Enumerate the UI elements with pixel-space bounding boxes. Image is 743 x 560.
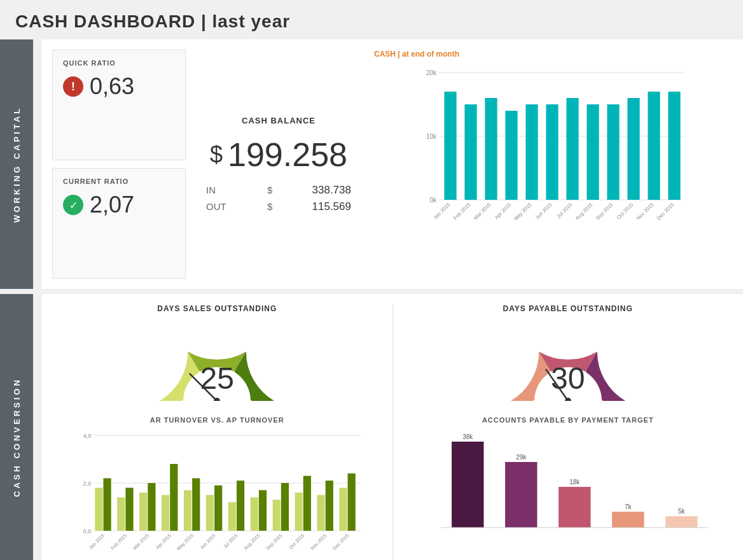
svg-rect-61: [259, 490, 267, 531]
svg-text:Jun 2015: Jun 2015: [534, 202, 553, 221]
svg-text:Dec 2015: Dec 2015: [331, 533, 350, 551]
dpo-title: DAYS PAYABLE OUTSTANDING: [503, 304, 633, 313]
svg-rect-73: [348, 473, 356, 531]
working-capital-label: WORKING CAPITAL: [0, 39, 33, 289]
svg-rect-49: [170, 464, 177, 531]
svg-text:Aug 2015: Aug 2015: [242, 533, 261, 551]
svg-text:0,0: 0,0: [83, 528, 92, 535]
svg-text:Dec 2015: Dec 2015: [656, 202, 676, 221]
svg-text:Sep 2015: Sep 2015: [595, 202, 615, 221]
page-title: CASH DASHBOARD | last year: [0, 0, 743, 39]
svg-text:Jan 2015: Jan 2015: [433, 202, 452, 221]
svg-text:5k: 5k: [677, 508, 685, 515]
svg-rect-26: [648, 92, 660, 200]
svg-rect-80: [505, 462, 537, 528]
svg-rect-86: [665, 516, 697, 528]
svg-rect-66: [295, 493, 303, 531]
svg-rect-12: [505, 111, 517, 200]
dso-value: 25: [200, 361, 234, 396]
cash-chart-column: CASH | at end of month 20k 10k 0k Jan 20…: [372, 50, 733, 279]
current-ratio-title: CURRENT RATIO: [63, 178, 128, 185]
svg-text:Nov 2015: Nov 2015: [309, 533, 328, 551]
svg-rect-14: [525, 104, 538, 200]
svg-rect-52: [192, 479, 200, 531]
dso-gauge: 25: [147, 318, 287, 401]
svg-rect-51: [184, 490, 191, 531]
svg-rect-67: [303, 476, 311, 531]
svg-rect-84: [612, 512, 644, 528]
svg-rect-6: [444, 92, 456, 200]
svg-text:Apr 2015: Apr 2015: [494, 202, 513, 221]
svg-rect-8: [464, 104, 476, 200]
svg-text:Oct 2015: Oct 2015: [288, 533, 305, 550]
svg-text:Aug 2015: Aug 2015: [574, 202, 594, 221]
cash-amount-value: 199.258: [228, 136, 347, 174]
ar-ap-chart: 4,02,00,0Jan 2015Feb 2015Mar 2015Apr 201…: [52, 429, 382, 559]
ar-ap-title: AR TURNOVER VS. AP TURNOVER: [150, 416, 284, 424]
ap-payment-title: ACCOUNTS PAYABLE BY PAYMENT TARGET: [482, 416, 654, 424]
svg-text:Sep 2015: Sep 2015: [265, 533, 283, 551]
cash-in-amount: 338.738: [312, 184, 351, 197]
svg-text:4,0: 4,0: [83, 433, 92, 439]
svg-rect-42: [117, 498, 125, 531]
svg-rect-16: [546, 104, 558, 200]
svg-rect-60: [251, 498, 258, 531]
svg-rect-22: [607, 104, 619, 200]
dpo-gauge: 30: [498, 318, 638, 401]
dpo-value: 30: [551, 361, 585, 396]
svg-rect-20: [587, 104, 599, 200]
cash-inout-section: IN $ 338.738 OUT $ 115.569: [196, 184, 361, 213]
quick-ratio-title: QUICK RATIO: [63, 59, 116, 67]
dso-title: DAYS SALES OUTSTANDING: [157, 304, 277, 313]
bottom-right: DAYS PAYABLE OUTSTANDING 30 ACCOUNTS PAY…: [393, 304, 733, 560]
cash-bar-chart: 20k 10k 0k Jan 2015Feb 2015Mar 2015Apr 2…: [372, 64, 733, 279]
svg-text:20k: 20k: [426, 69, 437, 76]
svg-text:Jun 2015: Jun 2015: [199, 533, 217, 550]
svg-rect-43: [125, 488, 133, 531]
svg-text:2,0: 2,0: [83, 480, 92, 487]
cash-balance-column: CASH BALANCE $ 199.258 IN $ 338.738 OUT: [196, 50, 361, 279]
svg-text:Jul 2015: Jul 2015: [556, 202, 574, 220]
svg-text:29k: 29k: [516, 454, 527, 461]
quick-ratio-card: QUICK RATIO ! 0,63: [52, 50, 186, 160]
svg-rect-64: [281, 483, 289, 531]
current-ratio-icon: ✓: [63, 195, 83, 215]
svg-text:May 2015: May 2015: [176, 533, 195, 552]
bottom-left: DAYS SALES OUTSTANDING 25 AR TURNOVER VS…: [52, 304, 393, 560]
cash-balance-title: CASH BALANCE: [242, 116, 316, 125]
ap-payment-chart: 38k29k18k7k5k: [403, 429, 733, 559]
current-ratio-card: CURRENT RATIO ✓ 2,07: [52, 168, 186, 279]
cash-conversion-label: CASH CONVERSION: [0, 294, 33, 560]
cash-out-amount: 115.569: [312, 200, 351, 213]
ratios-column: QUICK RATIO ! 0,63 CURRENT RATIO ✓ 2,07: [52, 50, 186, 279]
svg-text:Jul 2015: Jul 2015: [222, 533, 239, 549]
svg-text:Nov 2015: Nov 2015: [635, 202, 655, 221]
svg-rect-40: [103, 479, 111, 531]
svg-text:Feb 2015: Feb 2015: [109, 533, 128, 551]
svg-rect-46: [148, 483, 155, 531]
svg-rect-63: [273, 500, 281, 531]
svg-text:Mar 2015: Mar 2015: [132, 533, 150, 551]
svg-rect-57: [228, 502, 236, 531]
svg-text:38k: 38k: [462, 433, 473, 440]
cash-chart-title: CASH | at end of month: [372, 50, 733, 59]
svg-text:18k: 18k: [569, 479, 580, 486]
svg-rect-72: [339, 488, 347, 531]
cash-conversion-content: DAYS SALES OUTSTANDING 25 AR TURNOVER VS…: [42, 294, 743, 560]
svg-text:Jan 2015: Jan 2015: [88, 533, 106, 550]
svg-rect-18: [566, 98, 578, 200]
cash-out-row: OUT $ 115.569: [206, 200, 351, 213]
svg-text:Apr 2015: Apr 2015: [155, 533, 172, 550]
svg-rect-24: [627, 98, 639, 200]
quick-ratio-value: 0,63: [90, 73, 134, 100]
svg-text:Oct 2015: Oct 2015: [616, 202, 635, 221]
svg-rect-69: [317, 495, 324, 531]
svg-text:0k: 0k: [429, 197, 437, 204]
cash-in-row: IN $ 338.738: [206, 184, 351, 197]
cash-balance-amount: $ 199.258: [210, 136, 347, 174]
svg-text:Mar 2015: Mar 2015: [473, 202, 492, 221]
svg-text:10k: 10k: [426, 133, 437, 140]
cash-conversion-section: CASH CONVERSION DAYS SALES OUTSTANDING 2…: [0, 294, 743, 560]
svg-rect-82: [559, 487, 590, 528]
current-ratio-value: 2,07: [90, 192, 134, 218]
